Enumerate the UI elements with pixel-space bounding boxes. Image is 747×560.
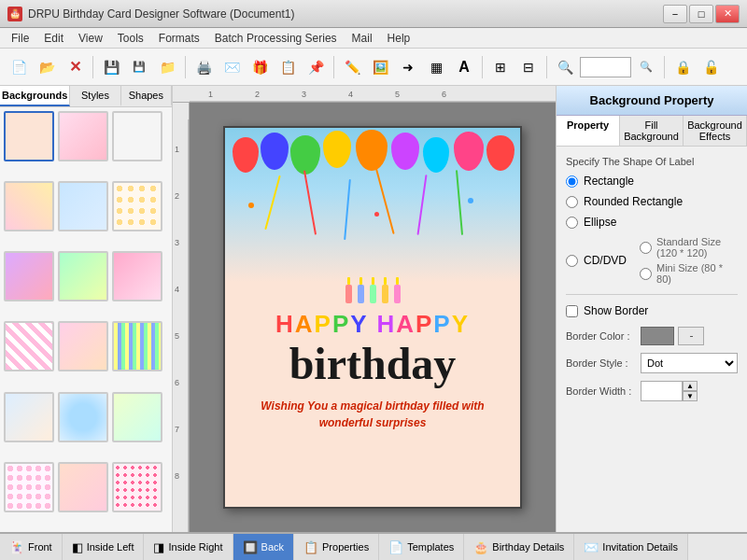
menu-view[interactable]: View xyxy=(71,30,110,47)
border-style-row: Border Style : Dot Solid Dash DashDot xyxy=(566,353,738,373)
bg-thumb-6[interactable] xyxy=(112,181,162,231)
tb-image[interactable]: 🖼️ xyxy=(367,54,393,80)
tab-front[interactable]: 🃏 Front xyxy=(0,534,63,560)
bg-thumb-1[interactable] xyxy=(4,111,54,161)
border-color-picker-btn[interactable]: ··· xyxy=(678,327,704,345)
tb-grid[interactable]: ⊟ xyxy=(515,54,542,80)
bg-thumb-12[interactable] xyxy=(112,321,162,371)
cddvd-standard-radio[interactable] xyxy=(640,242,652,254)
spinner-up[interactable]: ▲ xyxy=(683,381,698,391)
tb-gift[interactable]: 🎁 xyxy=(247,54,273,80)
minimize-button[interactable]: − xyxy=(663,5,687,23)
border-width-row: Border Width : 1 ▲ ▼ xyxy=(566,381,738,401)
menu-batch[interactable]: Batch Processing Series xyxy=(207,30,345,47)
shape-rectangle-label[interactable]: Rectangle xyxy=(584,175,634,188)
tb-arrow[interactable]: ➜ xyxy=(395,54,421,80)
tb-unlock[interactable]: 🔓 xyxy=(698,54,724,80)
shape-ellipse-radio[interactable] xyxy=(566,217,578,229)
border-style-select[interactable]: Dot Solid Dash DashDot xyxy=(641,353,738,373)
tb-save[interactable]: 💾 xyxy=(98,54,124,80)
tb-open[interactable]: 📂 xyxy=(34,54,60,80)
tab-properties[interactable]: 📋 Properties xyxy=(294,534,379,560)
tb-print[interactable]: 🖨️ xyxy=(190,54,217,80)
bg-thumb-11[interactable] xyxy=(58,321,108,371)
tab-inside-left-label: Inside Left xyxy=(87,541,134,553)
tb-email[interactable]: ✉️ xyxy=(218,54,245,80)
bg-thumb-14[interactable] xyxy=(58,392,108,442)
tb-pen[interactable]: ✏️ xyxy=(339,54,365,80)
tab-shapes[interactable]: Shapes xyxy=(121,86,172,106)
bg-thumb-17[interactable] xyxy=(58,462,108,512)
back-icon: 🔲 xyxy=(243,540,258,554)
prop-tab-fill[interactable]: Fill Background xyxy=(620,116,684,146)
show-border-label[interactable]: Show Border xyxy=(584,304,648,317)
tab-styles[interactable]: Styles xyxy=(70,86,120,106)
bg-thumb-8[interactable] xyxy=(58,251,108,301)
bg-thumb-13[interactable] xyxy=(4,392,54,442)
menu-formats[interactable]: Formats xyxy=(151,30,207,47)
tb-lock[interactable]: 🔒 xyxy=(669,54,696,80)
bg-thumb-5[interactable] xyxy=(58,181,108,231)
menu-edit[interactable]: Edit xyxy=(36,30,71,47)
tb-save2[interactable]: 💾 xyxy=(126,54,152,80)
tab-invitation-details[interactable]: ✉️ Invitation Details xyxy=(574,534,688,560)
svg-text:3: 3 xyxy=(175,238,179,247)
tab-templates[interactable]: 📄 Templates xyxy=(379,534,464,560)
tb-close-doc[interactable]: ✕ xyxy=(62,54,88,80)
bg-thumb-7[interactable] xyxy=(4,251,54,301)
border-width-label: Border Width : xyxy=(566,385,641,397)
show-border-checkbox[interactable] xyxy=(566,305,578,317)
bg-thumb-3[interactable] xyxy=(112,111,162,161)
tab-inside-right-label: Inside Right xyxy=(168,541,222,553)
front-icon: 🃏 xyxy=(9,540,24,554)
bg-thumb-2[interactable] xyxy=(58,111,108,161)
cddvd-mini-label[interactable]: Mini Size (80 * 80) xyxy=(656,262,738,285)
tb-paste[interactable]: 📌 xyxy=(303,54,329,80)
tb-copy[interactable]: 📋 xyxy=(275,54,301,80)
prop-tab-property[interactable]: Property xyxy=(557,116,620,146)
zoom-input[interactable]: 100% xyxy=(580,57,631,77)
tb-text[interactable]: A xyxy=(451,54,477,80)
shape-cddvd-radio[interactable] xyxy=(566,255,578,267)
bg-thumb-16[interactable] xyxy=(4,462,54,512)
tab-back[interactable]: 🔲 Back xyxy=(233,534,294,560)
tab-backgrounds[interactable]: Backgrounds xyxy=(0,86,70,106)
bg-thumb-9[interactable] xyxy=(112,251,162,301)
tb-new[interactable]: 📄 xyxy=(6,54,32,80)
spinner-down[interactable]: ▼ xyxy=(683,391,698,401)
menu-file[interactable]: File xyxy=(4,30,36,47)
tab-birthday-details[interactable]: 🎂 Birthday Details xyxy=(464,534,574,560)
shape-rounded-label[interactable]: Rounded Rectangle xyxy=(584,195,683,208)
shape-cddvd-label[interactable]: CD/DVD xyxy=(584,254,627,267)
bg-thumb-15[interactable] xyxy=(112,392,162,442)
border-width-input[interactable]: 1 xyxy=(641,381,683,401)
border-color-box[interactable] xyxy=(641,327,674,345)
zoom-out-btn[interactable]: 🔍 xyxy=(633,54,659,80)
tb-table[interactable]: ⊞ xyxy=(487,54,514,80)
maximize-button[interactable]: □ xyxy=(689,5,713,23)
cddvd-mini-radio[interactable] xyxy=(640,268,652,280)
svg-text:2: 2 xyxy=(175,191,179,201)
bg-thumb-18[interactable] xyxy=(112,462,162,512)
tab-inside-left[interactable]: ◧ Inside Left xyxy=(63,534,145,560)
tb-import[interactable]: 📁 xyxy=(154,54,180,80)
shape-ellipse-label[interactable]: Ellipse xyxy=(584,216,616,229)
tab-inside-right[interactable]: ◨ Inside Right xyxy=(144,534,233,560)
tb-barcode[interactable]: ▦ xyxy=(423,54,449,80)
sep3 xyxy=(333,56,334,78)
zoom-in-btn[interactable]: 🔍 xyxy=(552,54,578,80)
cddvd-standard-label[interactable]: Standard Size (120 * 120) xyxy=(656,236,738,259)
border-width-spinner: 1 ▲ ▼ xyxy=(641,381,698,401)
bg-thumb-4[interactable] xyxy=(4,181,54,231)
shape-rectangle-radio[interactable] xyxy=(566,175,578,188)
prop-tab-effects[interactable]: Background Effects xyxy=(684,116,747,146)
menubar: File Edit View Tools Formats Batch Proce… xyxy=(0,28,747,49)
sep6 xyxy=(664,56,665,78)
shape-rounded-radio[interactable] xyxy=(566,196,578,208)
candles-area xyxy=(225,277,520,303)
menu-mail[interactable]: Mail xyxy=(345,30,380,47)
menu-tools[interactable]: Tools xyxy=(110,30,151,47)
close-button[interactable]: ✕ xyxy=(715,5,740,23)
bg-thumb-10[interactable] xyxy=(4,321,54,371)
menu-help[interactable]: Help xyxy=(380,30,418,47)
